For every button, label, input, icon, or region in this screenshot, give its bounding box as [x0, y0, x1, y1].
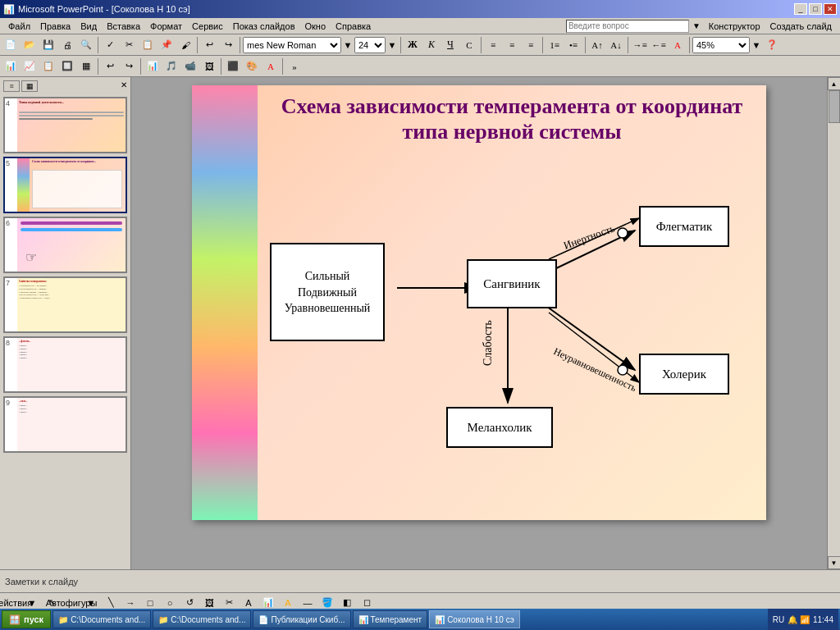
- taskbar-item-4[interactable]: 📊 Соколова Н 10 сэ: [429, 610, 520, 628]
- cut-button[interactable]: ✂: [120, 36, 138, 54]
- tb2-btn7[interactable]: ↪: [120, 57, 138, 75]
- lang-indicator[interactable]: RU: [773, 615, 784, 624]
- help-arrow[interactable]: ▼: [692, 21, 701, 30]
- app-icon: 📊: [3, 4, 15, 15]
- slide-thumb-8[interactable]: 8 ...флегма... • линия 1• линия 2• линия…: [3, 336, 127, 393]
- tb2-btn2[interactable]: 📈: [21, 57, 39, 75]
- vertical-scrollbar: ▲ ▼: [827, 77, 840, 569]
- open-button[interactable]: 📂: [21, 36, 39, 54]
- scroll-thumb-v[interactable]: [829, 90, 840, 123]
- menu-designer[interactable]: Конструктор: [704, 21, 765, 32]
- size-dropdown[interactable]: ▼: [386, 36, 398, 54]
- new-button[interactable]: 📄: [2, 36, 20, 54]
- tb2-btn12[interactable]: ⬛: [224, 57, 242, 75]
- taskbar-label-0: C:\Documents and...: [71, 615, 145, 624]
- slide-thumb-9[interactable]: 9 ...холе... • линия 1• линия 2• линия 3: [3, 396, 127, 453]
- zoom-select[interactable]: 45%: [692, 37, 750, 53]
- undo-button[interactable]: ↩: [200, 36, 218, 54]
- menu-right: ▼ Конструктор Создать слайд: [566, 20, 837, 33]
- menu-new-slide[interactable]: Создать слайд: [765, 21, 837, 32]
- menu-window[interactable]: Окно: [300, 21, 331, 32]
- maximize-button[interactable]: □: [809, 3, 822, 15]
- bold-button[interactable]: Ж: [404, 36, 422, 54]
- font-size-decrease[interactable]: A↓: [607, 36, 625, 54]
- print-button[interactable]: 🖨: [58, 36, 76, 54]
- taskbar-item-3[interactable]: 📊 Темперамент: [353, 610, 428, 628]
- size-select[interactable]: 24: [354, 37, 386, 53]
- left-box-text: Сильный Подвижный Уравновешенный: [285, 268, 371, 317]
- slide-main: Схема зависимости темперамента от коорди…: [192, 85, 766, 520]
- minimize-button[interactable]: _: [794, 3, 807, 15]
- save-button[interactable]: 💾: [39, 36, 57, 54]
- tb2-btn3[interactable]: 📋: [39, 57, 57, 75]
- preview-button[interactable]: 🔍: [77, 36, 95, 54]
- redo-button[interactable]: ↪: [219, 36, 237, 54]
- menu-file[interactable]: Файл: [3, 21, 35, 32]
- bullets-button[interactable]: •≡: [564, 36, 582, 54]
- copy-button[interactable]: 📋: [139, 36, 157, 54]
- menu-tools[interactable]: Сервис: [187, 21, 228, 32]
- underline-button[interactable]: Ч: [441, 36, 459, 54]
- numbering-button[interactable]: 1≡: [546, 36, 564, 54]
- spell-button[interactable]: ✓: [101, 36, 119, 54]
- slides-tab[interactable]: ▦: [21, 80, 38, 92]
- align-center[interactable]: ≡: [503, 36, 521, 54]
- tb2-btn5[interactable]: ▦: [77, 57, 95, 75]
- help-input[interactable]: [566, 20, 689, 33]
- scroll-up-button[interactable]: ▲: [828, 77, 841, 90]
- taskbar-icon-0: 📁: [58, 615, 68, 624]
- tb2-expand[interactable]: »: [285, 57, 304, 75]
- font-size-increase[interactable]: A↑: [588, 36, 606, 54]
- close-panel[interactable]: ✕: [121, 80, 127, 92]
- menu-help[interactable]: Справка: [331, 21, 376, 32]
- taskbar-item-2[interactable]: 📄 Публикации Скиб...: [253, 610, 350, 628]
- taskbar-item-0[interactable]: 📁 C:\Documents and...: [52, 610, 151, 628]
- menu-edit[interactable]: Правка: [35, 21, 75, 32]
- tb2-btn10[interactable]: 📹: [181, 57, 199, 75]
- title-bar: 📊 Microsoft PowerPoint - [Соколова Н 10 …: [0, 0, 840, 18]
- tb2-btn11[interactable]: 🖼: [200, 57, 218, 75]
- diagram: Слабость Инертность Неуравновешенность: [270, 161, 754, 456]
- tb2-btn14[interactable]: A: [262, 57, 280, 75]
- tb2-btn8[interactable]: 📊: [144, 57, 162, 75]
- outline-tabs: ≡ ▦ ✕: [3, 80, 127, 92]
- close-button[interactable]: ✕: [824, 3, 837, 15]
- help-button[interactable]: ❓: [763, 36, 781, 54]
- font-select[interactable]: mes New Roman: [243, 37, 341, 53]
- start-button[interactable]: 🪟 пуск: [2, 610, 51, 628]
- taskbar-icon-2: 📄: [258, 615, 268, 624]
- title-bar-left: 📊 Microsoft PowerPoint - [Соколова Н 10 …: [3, 4, 190, 15]
- italic-button[interactable]: К: [422, 36, 441, 54]
- slide-num-9: 9: [5, 398, 15, 408]
- indent-decrease[interactable]: ←≡: [650, 36, 668, 54]
- tb2-btn6[interactable]: ↩: [101, 57, 119, 75]
- menu-view[interactable]: Вид: [75, 21, 102, 32]
- menu-slideshow[interactable]: Показ слайдов: [228, 21, 300, 32]
- svg-point-12: [618, 365, 628, 375]
- taskbar-item-1[interactable]: 📁 C:\Documents and...: [153, 610, 251, 628]
- notes-bar[interactable]: Заметки к слайду: [0, 569, 840, 592]
- shadow-button[interactable]: С: [460, 36, 478, 54]
- indent-increase[interactable]: →≡: [631, 36, 649, 54]
- tb2-btn9[interactable]: 🎵: [162, 57, 180, 75]
- tb2-btn13[interactable]: 🎨: [243, 57, 261, 75]
- slide-title: Схема зависимости темперамента от коорди…: [270, 94, 754, 144]
- font-dropdown[interactable]: ▼: [342, 36, 354, 54]
- slide-thumb-4[interactable]: 4 Типы нервной деятельности...: [3, 97, 127, 153]
- format-painter[interactable]: 🖌: [176, 36, 194, 54]
- scroll-down-button[interactable]: ▼: [828, 556, 841, 569]
- sep3: [240, 37, 240, 53]
- slide-thumb-7[interactable]: 7 Свойства темперамента: • АКТИВНОСТЬ — …: [3, 276, 127, 333]
- slide-thumb-6[interactable]: 6 ☞: [3, 217, 127, 273]
- paste-button[interactable]: 📌: [158, 36, 176, 54]
- zoom-dropdown[interactable]: ▼: [751, 36, 762, 54]
- align-right[interactable]: ≡: [522, 36, 540, 54]
- menu-format[interactable]: Формат: [145, 21, 187, 32]
- outline-tab[interactable]: ≡: [3, 80, 20, 92]
- menu-insert[interactable]: Вставка: [102, 21, 145, 32]
- align-left[interactable]: ≡: [484, 36, 502, 54]
- slide-thumb-5[interactable]: 5 Схема зависимости темперамента от коор…: [3, 157, 127, 213]
- font-color[interactable]: A: [669, 36, 687, 54]
- tb2-btn4[interactable]: 🔲: [58, 57, 76, 75]
- tb2-btn1[interactable]: 📊: [2, 57, 20, 75]
